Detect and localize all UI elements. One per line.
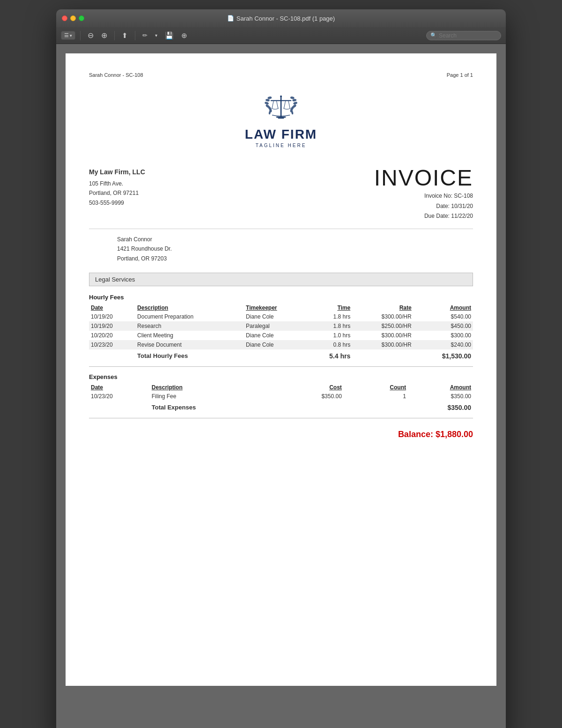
cell-amount: $240.00 — [414, 340, 473, 349]
titlebar: 📄 Sarah Connor - SC-108.pdf (1 page) — [56, 9, 506, 27]
svg-point-2 — [264, 101, 269, 105]
cell-timekeeper: Diane Cole — [244, 331, 307, 340]
firm-address-block: My Law Firm, LLC 105 Fifth Ave. Portland… — [89, 167, 145, 208]
zoom-out-button[interactable]: ⊖ — [85, 30, 96, 41]
cell-timekeeper: Diane Cole — [244, 340, 307, 349]
annotate-button[interactable]: ✏ — [140, 31, 150, 40]
svg-rect-15 — [276, 117, 286, 118]
hourly-total-amount: $1,530.00 — [442, 352, 471, 360]
pdf-container: Sarah Connor - SC-108 Page 1 of 1 — [56, 44, 506, 728]
cell-date: 10/19/20 — [89, 312, 135, 321]
table-row: 10/19/20 Document Preparation Diane Cole… — [89, 312, 473, 321]
expenses-total-amount: $350.00 — [447, 404, 471, 411]
toolbar-separator-2 — [114, 31, 115, 40]
cell-count: 1 — [361, 392, 408, 401]
svg-rect-14 — [281, 97, 282, 118]
expenses-total-label: Total Expenses — [152, 404, 196, 411]
expenses-total-row: Total Expenses $350.00 — [89, 401, 473, 414]
cell-rate: $300.00/HR — [352, 340, 413, 349]
maximize-button[interactable] — [79, 15, 84, 21]
svg-point-10 — [292, 99, 297, 102]
cell-amount: $350.00 — [408, 392, 473, 401]
legal-services-header: Legal Services — [89, 273, 473, 286]
balance-label: Balance: $1,880.00 — [398, 430, 473, 439]
window-title: 📄 Sarah Connor - SC-108.pdf (1 page) — [227, 15, 335, 22]
traffic-lights — [62, 15, 84, 21]
col-description: Description — [135, 304, 244, 312]
exp-col-description: Description — [150, 383, 264, 392]
invoice-title-block: INVOICE Invoice No: SC-108 Date: 10/31/2… — [374, 167, 473, 222]
sidebar-toggle-button[interactable]: ☰ ▾ — [61, 31, 75, 40]
hourly-total-time: 5.4 hrs — [329, 352, 350, 360]
minimize-button[interactable] — [70, 15, 76, 21]
invoice-due-date: Due Date: 11/22/20 — [374, 211, 473, 222]
exp-col-count: Count — [361, 383, 408, 392]
toolbar-separator — [80, 31, 81, 40]
cell-timekeeper: Diane Cole — [244, 312, 307, 321]
svg-line-18 — [272, 101, 274, 108]
logo-area: LAW FIRM TAGLINE HERE — [89, 92, 473, 148]
share2-button[interactable]: ⊕ — [179, 30, 190, 41]
col-rate: Rate — [352, 304, 413, 312]
cell-rate: $300.00/HR — [352, 331, 413, 340]
cell-amount: $300.00 — [414, 331, 473, 340]
svg-point-4 — [267, 96, 272, 99]
document-icon: 📄 — [227, 15, 234, 22]
scales-of-justice-icon — [262, 92, 300, 125]
search-icon: 🔍 — [430, 32, 437, 38]
cell-description: Research — [135, 321, 244, 331]
invoice-number: Invoice No: SC-108 — [374, 191, 473, 201]
firm-tagline: TAGLINE HERE — [256, 143, 307, 148]
svg-point-11 — [290, 96, 295, 99]
cell-time: 0.8 hrs — [307, 340, 352, 349]
exp-col-date: Date — [89, 383, 150, 392]
client-name: Sarah Connor — [117, 235, 473, 244]
col-timekeeper: Timekeeper — [244, 304, 307, 312]
cell-amount: $540.00 — [414, 312, 473, 321]
document-ref: Sarah Connor - SC-108 — [89, 72, 143, 78]
client-address1: 1421 Roundhouse Dr. — [117, 244, 473, 253]
svg-point-3 — [266, 99, 270, 102]
invoice-word: INVOICE — [374, 167, 473, 189]
page-header: Sarah Connor - SC-108 Page 1 of 1 — [89, 72, 473, 78]
cell-time: 1.8 hrs — [307, 312, 352, 321]
cell-time: 1.8 hrs — [307, 321, 352, 331]
search-input[interactable] — [439, 32, 497, 39]
col-date: Date — [89, 304, 135, 312]
toolbar-separator-3 — [135, 31, 135, 40]
expenses-title: Expenses — [89, 373, 473, 380]
cell-cost: $350.00 — [264, 392, 361, 401]
cell-rate: $300.00/HR — [352, 312, 413, 321]
exp-col-amount: Amount — [408, 383, 473, 392]
cell-date: 10/23/20 — [89, 340, 135, 349]
firm-address1: 105 Fifth Ave. — [89, 179, 145, 188]
svg-rect-16 — [278, 118, 284, 119]
bill-to-block: Sarah Connor 1421 Roundhouse Dr. Portlan… — [117, 235, 473, 263]
svg-line-21 — [288, 101, 290, 108]
search-box[interactable]: 🔍 — [426, 31, 501, 40]
table-row: 10/23/20 Filing Fee $350.00 1 $350.00 — [89, 392, 473, 401]
hourly-fees-header-row: Date Description Timekeeper Time Rate Am… — [89, 304, 473, 312]
cell-rate: $250.00/HR — [352, 321, 413, 331]
firm-name: My Law Firm, LLC — [89, 167, 145, 178]
hourly-total-label: Total Hourly Fees — [137, 352, 188, 359]
share-button[interactable]: ⬆ — [119, 30, 130, 41]
pdf-page: Sarah Connor - SC-108 Page 1 of 1 — [66, 53, 496, 686]
invoice-header: My Law Firm, LLC 105 Fifth Ave. Portland… — [89, 167, 473, 222]
close-button[interactable] — [62, 15, 67, 21]
svg-point-9 — [293, 101, 297, 105]
save-button[interactable]: 💾 — [163, 30, 176, 41]
cell-date: 10/19/20 — [89, 321, 135, 331]
cell-description: Client Meeting — [135, 331, 244, 340]
client-address2: Portland, OR 97203 — [117, 254, 473, 263]
annotate-dropdown-button[interactable]: ▾ — [153, 32, 160, 39]
app-window: 📄 Sarah Connor - SC-108.pdf (1 page) ☰ ▾… — [56, 9, 506, 728]
firm-phone: 503-555-9999 — [89, 198, 145, 208]
table-row: 10/23/20 Revise Document Diane Cole 0.8 … — [89, 340, 473, 349]
invoice-date: Date: 10/31/20 — [374, 201, 473, 212]
cell-description: Filing Fee — [150, 392, 264, 401]
col-amount: Amount — [414, 304, 473, 312]
zoom-in-button[interactable]: ⊕ — [99, 30, 110, 41]
table-row: 10/19/20 Research Paralegal 1.8 hrs $250… — [89, 321, 473, 331]
svg-point-22 — [280, 96, 282, 97]
